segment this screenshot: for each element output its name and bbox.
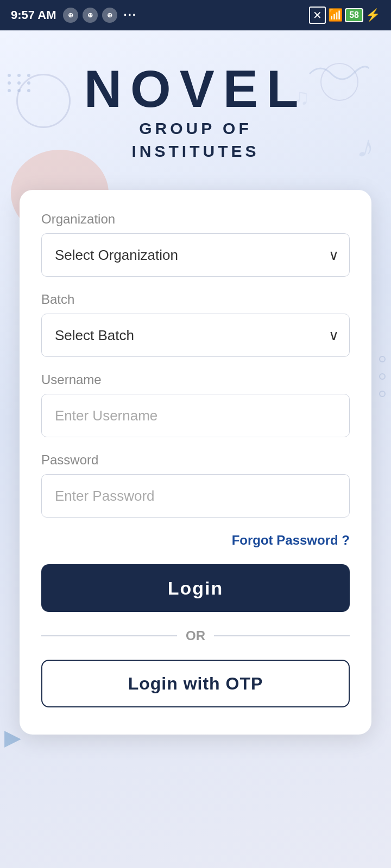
- forgot-password-link[interactable]: Forgot Password ?: [232, 533, 350, 547]
- status-bar: 9:57 AM ⊕ ⊕ ⊕ ··· ✕ 📶 58 ⚡: [0, 0, 391, 30]
- password-input[interactable]: [41, 474, 350, 518]
- overflow-menu-icon[interactable]: ···: [124, 8, 137, 22]
- batch-select-wrapper[interactable]: Select Batch ∨: [41, 314, 350, 357]
- charging-icon: ⚡: [365, 8, 380, 22]
- organization-label: Organization: [41, 212, 350, 227]
- organization-select-wrapper[interactable]: Select Organization ∨: [41, 233, 350, 277]
- login-button[interactable]: Login: [41, 564, 350, 612]
- app-icons: ⊕ ⊕ ⊕: [63, 8, 117, 23]
- forgot-password-row: Forgot Password ?: [41, 533, 350, 548]
- bg-arrow-element: ▶: [4, 725, 21, 750]
- battery-indicator: 58: [345, 8, 363, 22]
- username-input[interactable]: [41, 394, 350, 437]
- batch-label: Batch: [41, 292, 350, 307]
- organization-field-group: Organization Select Organization ∨: [41, 212, 350, 277]
- password-field-group: Password: [41, 452, 350, 518]
- time-display: 9:57 AM: [11, 8, 56, 22]
- status-left: 9:57 AM ⊕ ⊕ ⊕ ···: [11, 8, 137, 23]
- username-label: Username: [41, 372, 350, 387]
- login-card: Organization Select Organization ∨ Batch…: [20, 190, 371, 735]
- or-text: OR: [186, 628, 205, 643]
- or-line-left: [41, 635, 177, 636]
- or-divider: OR: [41, 628, 350, 643]
- main-background: ♪ ♫ ▶ NOVEL GROUP OF INSTITUTES Organiza…: [0, 30, 391, 868]
- or-line-right: [214, 635, 350, 636]
- username-field-group: Username: [41, 372, 350, 437]
- status-icons-right: ✕ 📶 58 ⚡: [309, 7, 380, 24]
- close-icon: ✕: [309, 7, 326, 24]
- app-icon-2: ⊕: [83, 8, 98, 23]
- batch-select[interactable]: Select Batch: [41, 314, 350, 357]
- logo-subtitle: GROUP OF INSTITUTES: [22, 117, 369, 163]
- app-icon-3: ⊕: [102, 8, 117, 23]
- wifi-icon: 📶: [328, 8, 343, 22]
- logo-novel-text: NOVEL: [22, 63, 369, 115]
- header-logo-area: NOVEL GROUP OF INSTITUTES: [0, 30, 391, 184]
- bg-right-decoration: [379, 356, 386, 397]
- password-label: Password: [41, 452, 350, 468]
- app-icon-1: ⊕: [63, 8, 78, 23]
- batch-field-group: Batch Select Batch ∨: [41, 292, 350, 357]
- otp-login-button[interactable]: Login with OTP: [41, 660, 350, 707]
- organization-select[interactable]: Select Organization: [41, 233, 350, 277]
